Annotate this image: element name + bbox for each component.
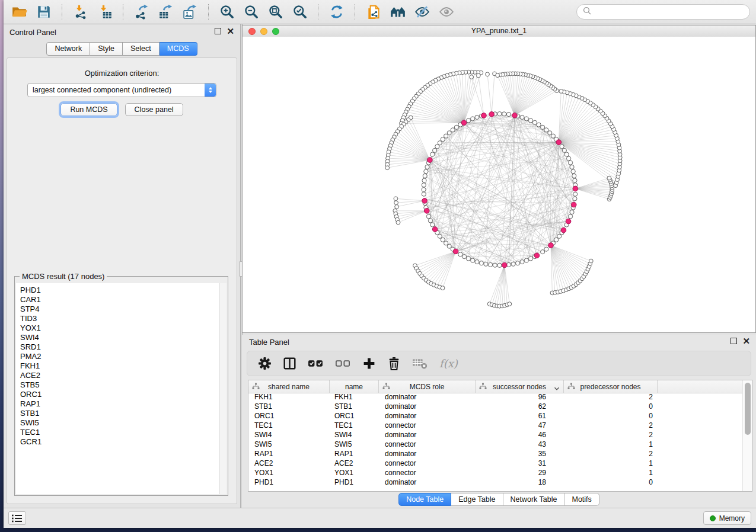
task-history-button[interactable] [8,511,26,525]
mcds-result-item[interactable]: PMA2 [20,352,220,361]
search-input[interactable] [595,7,744,17]
delete-table-icon [412,357,428,370]
control-panel: Control Panel ✕ NetworkStyleSelectMCDS O… [4,24,240,508]
mcds-result-item[interactable]: SWI4 [20,333,220,342]
close-table-panel-icon[interactable]: ✕ [742,338,750,344]
float-panel-icon[interactable] [215,28,221,34]
table-row[interactable]: STB1STB1dominator620 [248,402,743,412]
mcds-result-item[interactable]: ACE2 [20,371,220,380]
export-network-icon[interactable] [133,3,151,21]
table-row[interactable]: ACE2ACE2connector311 [248,459,743,469]
zoom-fit-icon[interactable] [267,3,285,21]
run-mcds-button[interactable]: Run MCDS [60,103,117,116]
import-network-icon[interactable] [72,3,90,21]
cell-shared-name: SWI5 [248,440,330,450]
cell-shared-name: ACE2 [248,459,330,469]
tab-mcds[interactable]: MCDS [160,42,197,56]
mcds-result-item[interactable]: TID3 [20,314,220,323]
network-canvas[interactable] [243,37,755,332]
zoom-in-icon[interactable] [218,3,236,21]
search-box[interactable] [576,4,750,20]
zoom-out-icon[interactable] [243,3,260,21]
window-minimize-button[interactable] [260,28,267,35]
column-header-mcds-role[interactable]: MCDS role [379,380,476,393]
tab-node-table[interactable]: Node Table [398,493,451,506]
table-tabs: Node TableEdge TableNetwork TableMotifs [242,493,756,506]
table-row[interactable]: ORC1ORC1dominator610 [248,412,743,421]
delete-column-icon[interactable] [387,357,401,370]
window-zoom-button[interactable] [272,28,279,35]
cell-predecessor-nodes: 2 [564,421,658,431]
first-neighbors-icon[interactable] [389,3,407,21]
export-image-icon[interactable] [181,3,199,21]
mcds-result-item[interactable]: STB1 [20,409,220,418]
window-close-button[interactable] [248,28,256,35]
mcds-result-item[interactable]: CAR1 [20,295,220,305]
save-session-icon[interactable] [35,3,53,21]
unselect-all-icon[interactable] [335,358,351,368]
tab-select[interactable]: Select [123,42,160,56]
tab-edge-table[interactable]: Edge Table [451,493,503,506]
column-header-successor-nodes[interactable]: successor nodes [476,380,564,393]
table-row[interactable]: FKH1FKH1dominator962 [248,393,743,402]
close-panel-icon[interactable]: ✕ [227,28,234,34]
mcds-result-item[interactable]: SRD1 [20,342,220,352]
mcds-result-item[interactable]: ORC1 [20,390,220,399]
select-stepper-icon [205,84,216,97]
column-header-filler [658,380,743,393]
close-panel-button[interactable]: Close panel [125,103,183,116]
mcds-result-item[interactable]: YOX1 [20,323,220,333]
open-folder-icon[interactable] [11,3,28,21]
table-row[interactable]: TEC1TEC1connector472 [248,421,743,431]
column-header-predecessor-nodes[interactable]: predecessor nodes [564,380,658,393]
tab-style[interactable]: Style [90,42,123,56]
table-row[interactable]: RAP1RAP1dominator352 [248,450,743,459]
refresh-icon[interactable] [328,3,346,21]
float-table-panel-icon[interactable] [731,338,737,344]
mcds-result-item[interactable]: TEC1 [20,428,220,437]
result-scrollbar[interactable] [219,283,227,494]
task-list-icon [12,514,23,523]
toolbar-separator [123,4,124,20]
table-settings-gear-icon[interactable] [258,357,272,370]
column-header-shared-name[interactable]: shared name [248,380,330,393]
add-column-icon[interactable] [362,357,376,370]
criterion-select[interactable]: largest connected component (undirected) [27,83,216,97]
cell-shared-name: SWI4 [248,431,330,440]
table-scrollbar[interactable] [742,380,752,491]
mcds-result-item[interactable]: FKH1 [20,361,220,371]
clone-network-icon[interactable] [365,3,382,21]
mcds-result-item[interactable]: RAP1 [20,399,220,409]
import-table-icon[interactable] [96,3,114,21]
cell-successor-nodes: 35 [476,450,564,459]
table-row[interactable]: SWI5SWI5connector431 [248,440,743,450]
network-graph[interactable] [243,37,755,332]
tab-network-table[interactable]: Network Table [503,493,565,506]
cell-mcds-role: connector [379,421,476,431]
cell-shared-name: RAP1 [248,450,330,459]
mcds-result-list[interactable]: PHD1CAR1STP4TID3YOX1SWI4SRD1PMA2FKH1ACE2… [16,283,220,494]
table-row[interactable]: SWI4SWI4dominator462 [248,431,743,440]
select-all-icon[interactable] [308,358,324,368]
mcds-result-item[interactable]: GCR1 [20,437,220,447]
table-row[interactable]: PHD1PHD1dominator180 [248,478,743,488]
tree-icon [382,383,390,392]
table-scrollbar-thumb[interactable] [745,383,751,435]
tab-network[interactable]: Network [46,42,90,56]
mcds-result-item[interactable]: PHD1 [20,286,220,295]
tree-icon [252,383,260,392]
toggle-columns-icon[interactable] [283,357,296,370]
table-row[interactable]: YOX1YOX1connector291 [248,469,743,478]
export-table-icon[interactable] [157,3,175,21]
hide-selected-icon[interactable] [413,3,431,21]
mcds-result-item[interactable]: STB5 [20,380,220,390]
memory-button[interactable]: Memory [703,511,751,525]
cell-successor-nodes: 47 [476,421,564,431]
cell-shared-name: ORC1 [248,412,330,421]
mcds-result-item[interactable]: STP4 [20,305,220,314]
zoom-selected-icon[interactable] [291,3,309,21]
column-header-name[interactable]: name [330,380,379,393]
tab-motifs[interactable]: Motifs [564,493,599,506]
network-window-titlebar[interactable]: YPA_prune.txt_1 [243,25,755,37]
mcds-result-item[interactable]: SWI5 [20,418,220,428]
